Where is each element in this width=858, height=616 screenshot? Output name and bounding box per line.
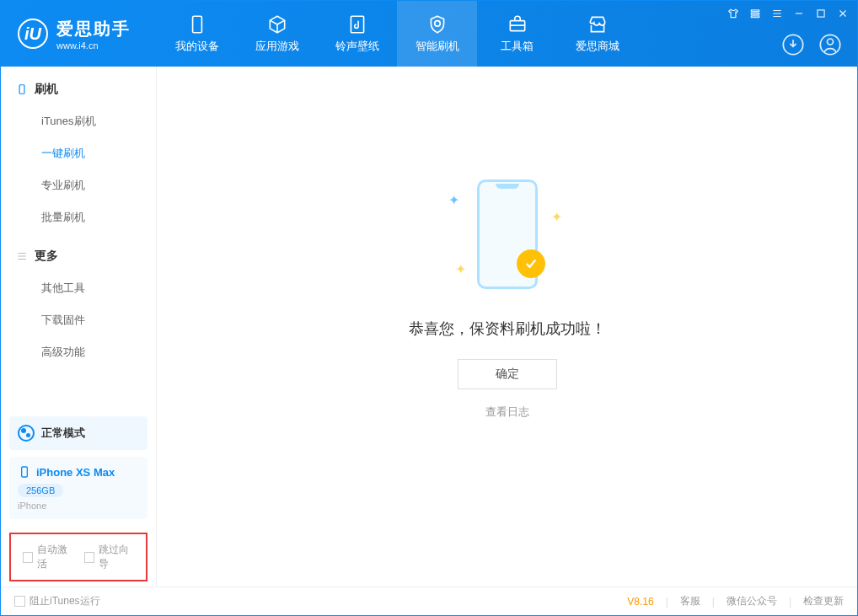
group-title-more: 更多 xyxy=(1,249,156,272)
logo-icon: iU xyxy=(18,19,48,49)
logo-area: iU 爱思助手 www.i4.cn xyxy=(1,1,157,67)
success-illustration: ✦ ✦ ✦ xyxy=(432,167,583,302)
device-name: iPhone XS Max xyxy=(36,466,115,479)
user-icon[interactable] xyxy=(818,33,842,56)
svg-point-10 xyxy=(828,39,834,45)
body-area: 刷机 iTunes刷机 一键刷机 专业刷机 批量刷机 更多 其他工具 下载固件 … xyxy=(1,67,857,587)
titlebar: iU 爱思助手 www.i4.cn 我的设备 应用游戏 铃声壁纸 智能刷机 xyxy=(1,1,857,67)
content-area: ✦ ✦ ✦ 恭喜您，保资料刷机成功啦！ 确定 查看日志 xyxy=(157,67,857,587)
menu-icon[interactable] xyxy=(749,8,761,19)
svg-rect-11 xyxy=(19,85,24,94)
nav-tabs: 我的设备 应用游戏 铃声壁纸 智能刷机 工具箱 爱思商城 xyxy=(157,1,637,67)
view-log-link[interactable]: 查看日志 xyxy=(485,404,529,420)
sidebar-item-advanced[interactable]: 高级功能 xyxy=(1,336,156,368)
phone-outline-icon xyxy=(18,465,31,479)
footer-link-wechat[interactable]: 微信公众号 xyxy=(727,594,777,608)
store-icon xyxy=(587,13,609,35)
success-message: 恭喜您，保资料刷机成功啦！ xyxy=(409,319,606,339)
shirt-icon[interactable] xyxy=(727,8,739,19)
svg-rect-1 xyxy=(351,16,363,33)
app-window: iU 爱思助手 www.i4.cn 我的设备 应用游戏 铃声壁纸 智能刷机 xyxy=(0,0,858,616)
footer: 阻止iTunes运行 V8.16 | 客服 | 微信公众号 | 检查更新 xyxy=(1,587,857,615)
sidebar-item-oneclick-flash[interactable]: 一键刷机 xyxy=(1,137,156,169)
title-actions xyxy=(781,33,842,56)
checkbox-box-icon xyxy=(23,552,33,563)
tab-ringtones[interactable]: 铃声壁纸 xyxy=(317,1,397,67)
svg-rect-5 xyxy=(751,13,759,14)
svg-rect-0 xyxy=(192,16,201,33)
footer-link-update[interactable]: 检查更新 xyxy=(803,594,844,608)
phone-small-icon xyxy=(16,83,28,95)
device-icon xyxy=(186,13,208,35)
svg-rect-4 xyxy=(751,10,759,12)
checkbox-auto-activate[interactable]: 自动激活 xyxy=(23,543,72,571)
maximize-icon[interactable] xyxy=(815,8,827,19)
checkbox-block-itunes[interactable]: 阻止iTunes运行 xyxy=(14,594,100,608)
mode-icon xyxy=(18,425,35,442)
sidebar-group-more: 更多 其他工具 下载固件 高级功能 xyxy=(1,233,156,368)
tab-my-device[interactable]: 我的设备 xyxy=(157,1,237,67)
device-info-box[interactable]: iPhone XS Max 256GB iPhone xyxy=(9,457,147,519)
sidebar-item-pro-flash[interactable]: 专业刷机 xyxy=(1,169,156,201)
sidebar: 刷机 iTunes刷机 一键刷机 专业刷机 批量刷机 更多 其他工具 下载固件 … xyxy=(1,67,157,587)
list-icon[interactable] xyxy=(771,8,783,19)
window-controls xyxy=(727,8,849,19)
check-badge-icon xyxy=(517,249,545,278)
checkbox-row-highlighted: 自动激活 跳过向导 xyxy=(9,533,147,581)
sidebar-group-flash: 刷机 iTunes刷机 一键刷机 专业刷机 批量刷机 xyxy=(1,67,156,233)
svg-rect-6 xyxy=(751,16,759,18)
device-type: iPhone xyxy=(18,501,139,511)
ok-button[interactable]: 确定 xyxy=(458,359,557,389)
device-mode-label: 正常模式 xyxy=(41,426,85,441)
tab-apps-games[interactable]: 应用游戏 xyxy=(237,1,317,67)
svg-point-2 xyxy=(434,21,440,27)
toolbox-icon xyxy=(507,13,528,35)
device-storage: 256GB xyxy=(18,484,63,497)
sparkle-icon: ✦ xyxy=(455,261,462,268)
sparkle-icon: ✦ xyxy=(551,209,558,216)
version-label: V8.16 xyxy=(627,596,653,608)
minimize-icon[interactable] xyxy=(793,8,805,19)
group-title-flash: 刷机 xyxy=(1,82,156,105)
sidebar-item-batch-flash[interactable]: 批量刷机 xyxy=(1,201,156,233)
svg-rect-7 xyxy=(818,10,824,17)
music-file-icon xyxy=(346,13,368,35)
sparkle-icon: ✦ xyxy=(448,192,455,199)
checkbox-skip-wizard[interactable]: 跳过向导 xyxy=(84,543,134,571)
tab-store[interactable]: 爱思商城 xyxy=(557,1,637,67)
download-icon[interactable] xyxy=(781,33,805,56)
sidebar-item-itunes-flash[interactable]: iTunes刷机 xyxy=(1,105,156,137)
checkbox-box-icon xyxy=(84,552,94,563)
app-domain: www.i4.cn xyxy=(56,40,131,51)
tab-smart-flash[interactable]: 智能刷机 xyxy=(397,1,477,67)
device-mode-box[interactable]: 正常模式 xyxy=(9,416,147,450)
cube-icon xyxy=(266,13,288,35)
checkbox-box-icon xyxy=(14,596,25,607)
sidebar-item-download-firmware[interactable]: 下载固件 xyxy=(1,304,156,336)
app-name: 爱思助手 xyxy=(56,18,131,40)
close-icon[interactable] xyxy=(837,8,849,19)
footer-link-support[interactable]: 客服 xyxy=(680,594,700,608)
svg-rect-12 xyxy=(22,467,28,477)
list-small-icon xyxy=(16,250,28,262)
shield-icon xyxy=(426,13,448,35)
sidebar-item-other-tools[interactable]: 其他工具 xyxy=(1,272,156,304)
tab-toolbox[interactable]: 工具箱 xyxy=(477,1,557,67)
